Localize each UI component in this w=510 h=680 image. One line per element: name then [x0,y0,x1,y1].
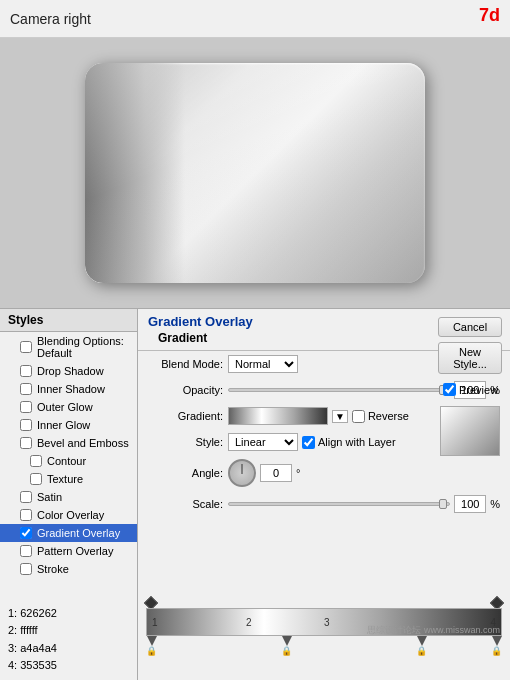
sidebar-item-texture[interactable]: Texture [0,470,137,488]
scale-unit: % [490,498,500,510]
label-drop-shadow: Drop Shadow [37,365,104,377]
preview-thumbnail [440,406,500,456]
sidebar-item-blending[interactable]: Blending Options: Default [0,332,137,362]
color-stop-1[interactable]: 🔒 [146,636,157,656]
angle-unit: ° [296,467,300,479]
checkbox-color-overlay[interactable] [20,509,32,521]
scale-label: Scale: [148,498,223,510]
page-label: 7d [479,5,500,26]
style-select[interactable]: Linear [228,433,298,451]
color-stop-3[interactable]: 🔒 [416,636,427,656]
color-stops: 🔒 🔒 🔒 🔒 [146,636,502,652]
checkbox-texture[interactable] [30,473,42,485]
checkbox-stroke[interactable] [20,563,32,575]
scale-row: Scale: % [138,491,510,517]
sidebar-title: Styles [0,309,137,332]
color-list-item: 1: 626262 [8,605,130,623]
opacity-stop-1[interactable] [146,598,156,608]
blend-mode-select[interactable]: Normal [228,355,298,373]
lock-icon-2: 🔒 [281,646,292,656]
color-stop-arrow-2 [282,636,292,646]
sidebar-item-satin[interactable]: Satin [0,488,137,506]
sidebar-item-pattern-overlay[interactable]: Pattern Overlay [0,542,137,560]
checkbox-outer-glow[interactable] [20,401,32,413]
color-list-item: 4: 353535 [8,657,130,675]
color-list: 1: 6262622: ffffff3: a4a4a44: 353535 [0,600,138,680]
lock-icon-1: 🔒 [146,646,157,656]
sidebar-item-inner-glow[interactable]: Inner Glow [0,416,137,434]
color-list-item: 3: a4a4a4 [8,640,130,658]
preview-checkbox[interactable] [443,383,456,396]
opacity-slider[interactable] [228,388,450,392]
checkbox-contour[interactable] [30,455,42,467]
opacity-stops [146,592,502,608]
angle-dial-line [242,464,243,474]
opacity-stop-4[interactable] [492,598,502,608]
align-label: Align with Layer [302,436,396,449]
color-stop-arrow-4 [492,636,502,646]
scale-thumb [439,499,447,509]
blend-mode-label: Blend Mode: [148,358,223,370]
sidebar-item-stroke[interactable]: Stroke [0,560,137,578]
bar-num-2: 2 [246,617,252,628]
label-color-overlay: Color Overlay [37,509,104,521]
label-blending: Blending Options: Default [37,335,129,359]
reverse-checkbox[interactable] [352,410,365,423]
checkbox-satin[interactable] [20,491,32,503]
sidebar-item-bevel-emboss[interactable]: Bevel and Emboss [0,434,137,452]
gradient-label: Gradient: [148,410,223,422]
scale-slider[interactable] [228,502,450,506]
label-pattern-overlay: Pattern Overlay [37,545,113,557]
new-style-button[interactable]: New Style... [438,342,502,374]
checkbox-inner-shadow[interactable] [20,383,32,395]
checkbox-blending[interactable] [20,341,32,353]
color-stop-4[interactable]: 🔒 [491,636,502,656]
label-gradient-overlay: Gradient Overlay [37,527,120,539]
gradient-dropdown-arrow[interactable]: ▼ [332,410,348,423]
label-inner-glow: Inner Glow [37,419,90,431]
color-list-item: 2: ffffff [8,622,130,640]
label-satin: Satin [37,491,62,503]
checkbox-pattern-overlay[interactable] [20,545,32,557]
sidebar-item-color-overlay[interactable]: Color Overlay [0,506,137,524]
color-stop-2[interactable]: 🔒 [281,636,292,656]
sidebar-item-drop-shadow[interactable]: Drop Shadow [0,362,137,380]
checkbox-gradient-overlay[interactable] [20,527,32,539]
gradient-swatch[interactable] [228,407,328,425]
main-panel: Styles Blending Options: DefaultDrop Sha… [0,308,510,680]
label-contour: Contour [47,455,86,467]
checkbox-bevel-emboss[interactable] [20,437,32,449]
cancel-button[interactable]: Cancel [438,317,502,337]
lock-icon-3: 🔒 [416,646,427,656]
opacity-label: Opacity: [148,384,223,396]
angle-label: Angle: [148,467,223,479]
label-texture: Texture [47,473,83,485]
watermark: 思综设计论坛 www.misswan.com [367,624,500,637]
sidebar-item-inner-shadow[interactable]: Inner Shadow [0,380,137,398]
reverse-label: Reverse [352,410,409,423]
top-bar: Camera right 7d [0,0,510,38]
page-title: Camera right [10,11,91,27]
align-checkbox[interactable] [302,436,315,449]
preview-label: Preview [438,383,502,396]
sidebar-item-contour[interactable]: Contour [0,452,137,470]
angle-dial[interactable] [228,459,256,487]
label-bevel-emboss: Bevel and Emboss [37,437,129,449]
color-stop-arrow-3 [417,636,427,646]
sidebar-item-gradient-overlay[interactable]: Gradient Overlay [0,524,137,542]
style-label: Style: [148,436,223,448]
sidebar-item-outer-glow[interactable]: Outer Glow [0,398,137,416]
sidebar-items: Blending Options: DefaultDrop ShadowInne… [0,332,137,578]
angle-value[interactable] [260,464,292,482]
metal-card-preview [85,63,425,283]
lock-icon-4: 🔒 [491,646,502,656]
action-buttons: Cancel New Style... Preview [430,309,510,464]
checkbox-inner-glow[interactable] [20,419,32,431]
label-stroke: Stroke [37,563,69,575]
preview-area [0,38,510,308]
scale-value[interactable] [454,495,486,513]
bar-num-3: 3 [324,617,330,628]
label-inner-shadow: Inner Shadow [37,383,105,395]
checkbox-drop-shadow[interactable] [20,365,32,377]
scale-control: % [228,495,500,513]
